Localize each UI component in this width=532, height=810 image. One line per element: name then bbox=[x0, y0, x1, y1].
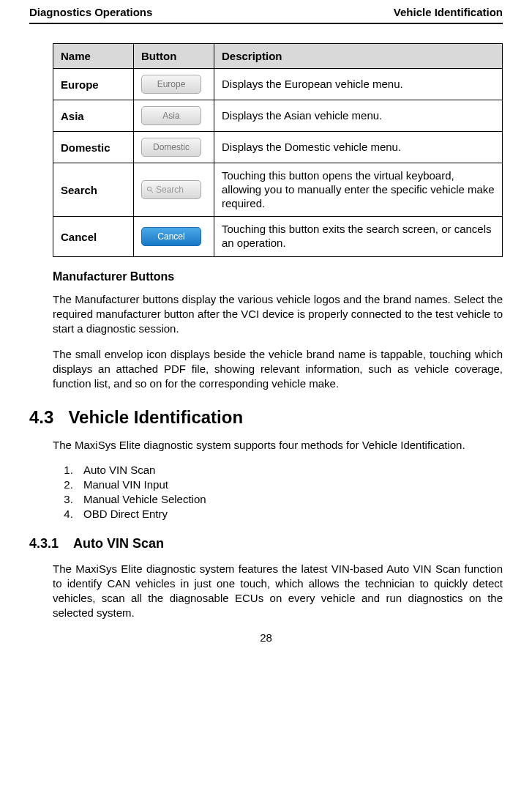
magnifier-icon bbox=[146, 186, 154, 193]
europe-button: Europe bbox=[141, 75, 201, 94]
row-button-cell: Europe bbox=[134, 69, 214, 100]
row-name: Asia bbox=[53, 100, 134, 132]
manufacturer-para-2: The small envelop icon displays beside t… bbox=[53, 347, 503, 392]
row-button-cell: Asia bbox=[134, 100, 214, 132]
header-right: Vehicle Identification bbox=[394, 6, 503, 18]
identification-methods-list: Auto VIN Scan Manual VIN Input Manual Ve… bbox=[53, 464, 503, 520]
row-name: Domestic bbox=[53, 132, 134, 163]
manufacturer-para-1: The Manufacturer buttons display the var… bbox=[53, 292, 503, 337]
th-name: Name bbox=[53, 44, 134, 69]
table-row: Europe Europe Displays the European vehi… bbox=[53, 69, 503, 100]
row-desc: Displays the Asian vehicle menu. bbox=[214, 100, 503, 132]
button-reference-table: Name Button Description Europe Europe Di… bbox=[53, 43, 503, 257]
section-title: Vehicle Identification bbox=[68, 407, 243, 428]
header-left: Diagnostics Operations bbox=[29, 6, 152, 18]
th-desc: Description bbox=[214, 44, 503, 69]
row-button-cell: Search bbox=[134, 163, 214, 217]
running-header: Diagnostics Operations Vehicle Identific… bbox=[29, 6, 503, 24]
table-row: Domestic Domestic Displays the Domestic … bbox=[53, 132, 503, 163]
search-button: Search bbox=[141, 180, 201, 199]
subsection-title: Auto VIN Scan bbox=[73, 536, 164, 551]
section-4-3-1-para: The MaxiSys Elite diagnostic system feat… bbox=[53, 562, 503, 621]
row-desc: Displays the European vehicle menu. bbox=[214, 69, 503, 100]
page-number: 28 bbox=[29, 631, 503, 644]
row-button-cell: Cancel bbox=[134, 217, 214, 257]
th-button: Button bbox=[134, 44, 214, 69]
row-desc: Displays the Domestic vehicle menu. bbox=[214, 132, 503, 163]
row-button-cell: Domestic bbox=[134, 132, 214, 163]
domestic-button: Domestic bbox=[141, 138, 201, 157]
row-name: Europe bbox=[53, 69, 134, 100]
document-page: Diagnostics Operations Vehicle Identific… bbox=[0, 0, 532, 658]
section-4-3-1-heading: 4.3.1 Auto VIN Scan bbox=[29, 536, 503, 551]
manufacturer-heading: Manufacturer Buttons bbox=[53, 270, 503, 283]
search-button-label: Search bbox=[156, 185, 184, 195]
table-row: Cancel Cancel Touching this button exits… bbox=[53, 217, 503, 257]
section-4-3-heading: 4.3 Vehicle Identification bbox=[29, 407, 503, 428]
svg-line-1 bbox=[151, 190, 153, 193]
asia-button: Asia bbox=[141, 106, 201, 125]
asia-button-label: Asia bbox=[162, 111, 179, 121]
list-item: Manual VIN Input bbox=[76, 478, 503, 491]
subsection-number: 4.3.1 bbox=[29, 536, 59, 551]
section-4-3-intro: The MaxiSys Elite diagnostic system supp… bbox=[53, 438, 503, 453]
table-row: Asia Asia Displays the Asian vehicle men… bbox=[53, 100, 503, 132]
list-item: Auto VIN Scan bbox=[76, 464, 503, 476]
list-item: Manual Vehicle Selection bbox=[76, 493, 503, 505]
cancel-button-label: Cancel bbox=[157, 231, 184, 242]
cancel-button: Cancel bbox=[141, 227, 201, 246]
table-row: Search Search Touching this button opens… bbox=[53, 163, 503, 217]
row-desc: Touching this button opens the virtual k… bbox=[214, 163, 503, 217]
section-number: 4.3 bbox=[29, 407, 53, 428]
row-name: Cancel bbox=[53, 217, 134, 257]
domestic-button-label: Domestic bbox=[153, 142, 190, 152]
europe-button-label: Europe bbox=[157, 79, 186, 89]
row-name: Search bbox=[53, 163, 134, 217]
row-desc: Touching this button exits the search sc… bbox=[214, 217, 503, 257]
list-item: OBD Direct Entry bbox=[76, 508, 503, 520]
